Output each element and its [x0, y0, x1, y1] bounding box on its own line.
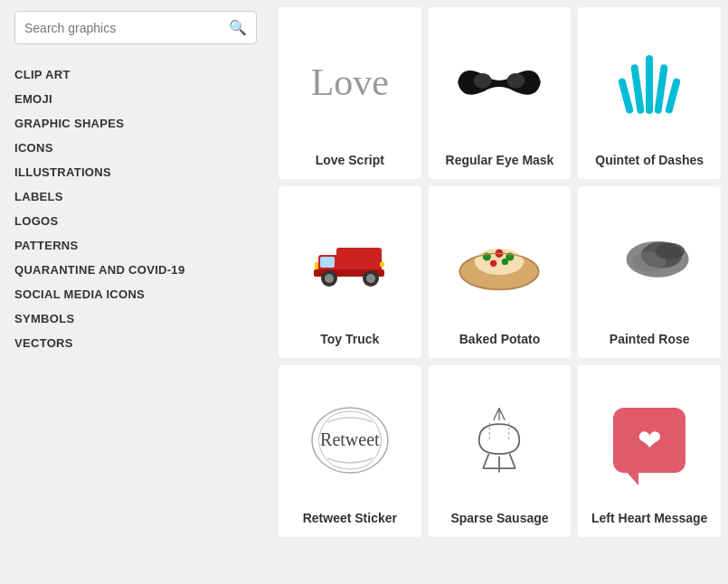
card-toy-truck[interactable]: Toy Truck [279, 186, 421, 358]
sidebar-item-clip-art[interactable]: CLIP ART [14, 62, 257, 87]
svg-line-27 [499, 408, 505, 419]
painted-rose-graphic [604, 230, 695, 293]
svg-point-24 [656, 242, 685, 259]
sidebar-item-logos[interactable]: LOGOS [14, 209, 257, 233]
heart-bubble-graphic: ❤ [613, 408, 685, 473]
sidebar-item-emoji[interactable]: EMOJI [14, 87, 257, 111]
svg-point-18 [490, 260, 496, 267]
svg-line-29 [484, 454, 489, 468]
sidebar-items: CLIP ARTEMOJIGRAPHIC SHAPESICONSILLUSTRA… [14, 62, 257, 355]
sidebar-item-vectors[interactable]: VECTORS [14, 331, 257, 355]
sidebar-item-symbols[interactable]: SYMBOLS [14, 306, 257, 331]
main-content: LoveLove Script Regular Eye Mask Quintet… [271, 0, 728, 584]
svg-rect-10 [315, 262, 318, 269]
eye-mask-graphic [454, 60, 544, 105]
baked-potato-graphic [454, 230, 544, 293]
card-quintet-dashes[interactable]: Quintet of Dashes [578, 7, 721, 179]
toy-truck-graphic [309, 230, 391, 293]
card-label-eye-mask: Regular Eye Mask [446, 152, 554, 168]
card-label-love-script: Love Script [316, 152, 384, 168]
svg-point-19 [502, 259, 508, 265]
card-label-baked-potato: Baked Potato [459, 331, 540, 347]
sidebar-item-patterns[interactable]: PATTERNS [14, 233, 257, 258]
card-love-script[interactable]: LoveLove Script [279, 7, 421, 179]
search-input[interactable] [24, 21, 229, 35]
card-label-retweet-sticker: Retweet Sticker [303, 510, 397, 526]
card-sparse-sausage[interactable]: Sparse Sausage [429, 365, 572, 537]
sidebar-item-social-media-icons[interactable]: SOCIAL MEDIA ICONS [14, 282, 257, 306]
search-box[interactable]: 🔍 [14, 11, 257, 44]
svg-line-26 [494, 408, 499, 419]
search-icon: 🔍 [229, 19, 247, 36]
card-label-left-heart-message: Left Heart Message [591, 510, 707, 526]
sidebar-item-labels[interactable]: LABELS [14, 184, 257, 209]
card-eye-mask[interactable]: Regular Eye Mask [429, 7, 572, 179]
svg-rect-11 [380, 262, 384, 267]
svg-point-0 [474, 73, 492, 89]
sidebar-item-graphic-shapes[interactable]: GRAPHIC SHAPES [14, 111, 257, 136]
svg-rect-4 [320, 257, 335, 268]
sidebar-item-quarantine-and-covid-19[interactable]: QUARANTINE AND COVID-19 [14, 258, 257, 282]
svg-point-7 [325, 274, 334, 283]
card-label-painted-rose: Painted Rose [610, 331, 690, 347]
card-label-toy-truck: Toy Truck [320, 331, 379, 347]
sidebar-item-illustrations[interactable]: ILLUSTRATIONS [14, 160, 257, 184]
svg-point-1 [507, 73, 525, 89]
card-label-sparse-sausage: Sparse Sausage [450, 510, 548, 526]
card-label-quintet-dashes: Quintet of Dashes [595, 152, 704, 168]
graphics-grid: LoveLove Script Regular Eye Mask Quintet… [279, 7, 721, 537]
retweet-graphic: Retweet [309, 404, 391, 476]
love-script-graphic: Love [311, 61, 389, 104]
card-retweet-sticker[interactable]: Retweet Retweet Sticker [279, 365, 421, 537]
card-baked-potato[interactable]: Baked Potato [429, 186, 572, 358]
card-painted-rose[interactable]: Painted Rose [578, 186, 721, 358]
sparse-sausage-graphic [459, 404, 540, 476]
svg-line-31 [510, 454, 515, 468]
sidebar-item-icons[interactable]: ICONS [14, 136, 257, 160]
svg-point-9 [366, 274, 375, 283]
quintet-dashes-graphic [622, 51, 676, 114]
card-left-heart-message[interactable]: ❤ Left Heart Message [578, 365, 721, 537]
sidebar: 🔍 CLIP ARTEMOJIGRAPHIC SHAPESICONSILLUST… [0, 0, 271, 584]
